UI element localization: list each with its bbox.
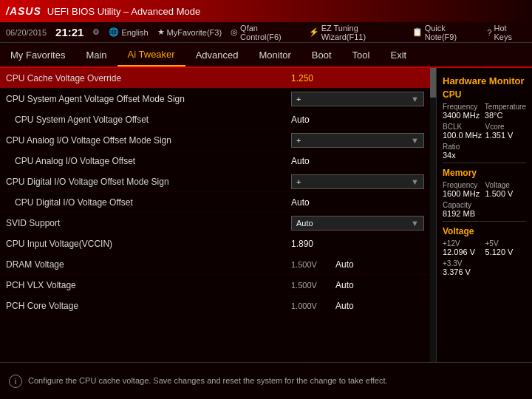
setting-row-cpu-input-voltage[interactable]: CPU Input Voltage(VCCIN) 1.890 <box>0 233 430 254</box>
quicknote-label: Quick Note(F9) <box>425 24 479 41</box>
value-cpu-analog-offset: Auto <box>291 156 424 166</box>
dropdown-cpu-digital-sign[interactable]: + ▼ <box>291 174 424 189</box>
label-cpu-analog-sign: CPU Analog I/O Voltage Offset Mode Sign <box>6 135 291 146</box>
datetime-display: 21:21 <box>55 26 83 38</box>
hotkeys-icon: ? <box>487 28 491 37</box>
dram-voltage-preset: 1.500V <box>291 260 335 269</box>
nav-monitor[interactable]: Monitor <box>249 43 301 66</box>
globe-icon: 🌐 <box>109 27 119 37</box>
value-cpu-agent-offset: Auto <box>291 115 424 125</box>
cpu-bclk-vcore-grid: BCLK 100.0 MHz Vcore 1.351 V <box>443 123 526 140</box>
ratio-label: Ratio <box>443 143 526 151</box>
ratio-value: 34x <box>443 151 526 160</box>
value-cpu-cache-voltage: 1.250 <box>291 73 424 83</box>
asus-logo: /ASUS <box>6 5 41 17</box>
capacity-container: Capacity 8192 MB <box>443 201 526 218</box>
myfavorite-label: MyFavorite(F3) <box>167 28 222 37</box>
value-cpu-input-voltage: 1.890 <box>291 239 424 249</box>
cpu-freq-value: 3400 MHz <box>443 111 483 120</box>
language-selector[interactable]: 🌐 English <box>109 27 148 37</box>
dropdown-svid[interactable]: Auto ▼ <box>291 216 424 231</box>
mem-voltage-value: 1.500 V <box>485 189 527 198</box>
setting-row-cpu-analog-offset[interactable]: CPU Analog I/O Voltage Offset Auto <box>0 151 430 171</box>
v12-label: +12V <box>443 239 484 248</box>
cpu-freq-label: Frequency <box>443 103 483 111</box>
label-svid: SVID Support <box>6 218 291 228</box>
mem-freq-label: Frequency <box>443 181 484 189</box>
title-bar: /ASUS UEFI BIOS Utility – Advanced Mode <box>0 0 532 22</box>
fan-icon: ◎ <box>231 27 238 37</box>
setting-row-pch-vlx[interactable]: PCH VLX Voltage 1.500V Auto <box>0 275 430 296</box>
label-cpu-agent-sign: CPU System Agent Voltage Offset Mode Sig… <box>6 94 291 104</box>
qfan-label: Qfan Control(F6) <box>240 24 300 41</box>
hotkeys-btn[interactable]: ? Hot Keys <box>487 24 526 41</box>
label-cpu-digital-offset: CPU Digital I/O Voltage Offset <box>15 197 291 208</box>
setting-row-cpu-digital-sign[interactable]: CPU Digital I/O Voltage Offset Mode Sign… <box>0 171 430 192</box>
voltage-section-title: Voltage <box>443 226 526 236</box>
chevron-down-icon: ▼ <box>411 177 419 186</box>
date-display: 06/20/2015 <box>6 28 47 37</box>
mem-voltage-label: Voltage <box>485 181 527 189</box>
nav-tool[interactable]: Tool <box>342 43 381 66</box>
ratio-container: Ratio 34x <box>443 143 526 160</box>
setting-row-cpu-digital-offset[interactable]: CPU Digital I/O Voltage Offset Auto <box>0 192 430 213</box>
info-icon: i <box>9 375 22 388</box>
hotkeys-label: Hot Keys <box>494 24 526 41</box>
nav-boot[interactable]: Boot <box>301 43 342 66</box>
nav-main[interactable]: Main <box>75 43 117 66</box>
star-icon: ★ <box>157 27 165 37</box>
hw-monitor-title: Hardware Monitor <box>443 75 526 86</box>
label-cpu-cache-voltage: CPU Cache Voltage Override <box>6 73 291 83</box>
ez-icon: ⚡ <box>309 27 319 37</box>
v5-value: 5.120 V <box>485 248 527 256</box>
cpu-temp-value: 38°C <box>485 111 526 120</box>
value-pch-vlx: Auto <box>335 280 424 290</box>
setting-row-dram-voltage[interactable]: DRAM Voltage 1.500V Auto <box>0 254 430 275</box>
nav-ai-tweaker[interactable]: Ai Tweaker <box>117 43 185 66</box>
info-footer-text: Configure the CPU cache voltage. Save ch… <box>28 375 388 386</box>
chevron-down-icon: ▼ <box>411 95 419 103</box>
eztuning-btn[interactable]: ⚡ EZ Tuning Wizard(F11) <box>309 24 403 41</box>
vcore-value: 1.351 V <box>485 131 527 140</box>
settings-icon[interactable]: ⚙ <box>92 27 100 37</box>
dropdown-cpu-agent-sign[interactable]: + ▼ <box>291 92 424 106</box>
setting-row-pch-core[interactable]: PCH Core Voltage 1.000V Auto <box>0 296 430 316</box>
mem-freq-value: 1600 MHz <box>443 189 484 198</box>
qfan-btn[interactable]: ◎ Qfan Control(F6) <box>231 24 300 41</box>
setting-row-cpu-analog-sign[interactable]: CPU Analog I/O Voltage Offset Mode Sign … <box>0 130 430 151</box>
dropdown-value-cpu-digital-sign: + <box>296 177 301 186</box>
setting-row-cpu-cache-voltage[interactable]: CPU Cache Voltage Override 1.250 <box>0 68 430 89</box>
label-cpu-agent-offset: CPU System Agent Voltage Offset <box>15 115 291 125</box>
nav-advanced[interactable]: Advanced <box>185 43 249 66</box>
vcore-label: Vcore <box>485 123 527 131</box>
value-cpu-digital-offset: Auto <box>291 197 424 208</box>
divider-2 <box>443 221 526 222</box>
info-bar: 06/20/2015 21:21 ⚙ 🌐 English ★ MyFavorit… <box>0 22 532 43</box>
setting-row-cpu-agent-sign[interactable]: CPU System Agent Voltage Offset Mode Sig… <box>0 89 430 109</box>
nav-my-favorites[interactable]: My Favorites <box>0 43 75 66</box>
note-icon: 📋 <box>412 27 423 37</box>
setting-row-svid[interactable]: SVID Support Auto ▼ <box>0 213 430 233</box>
chevron-down-icon: ▼ <box>411 136 419 145</box>
title-text: UEFI BIOS Utility – Advanced Mode <box>47 6 200 17</box>
value-pch-core: Auto <box>335 301 424 311</box>
scrollbar-thumb[interactable] <box>430 68 436 98</box>
main-content: CPU Cache Voltage Override 1.250 CPU Sys… <box>0 68 532 362</box>
scrollbar[interactable] <box>430 68 436 362</box>
myfavorite-btn[interactable]: ★ MyFavorite(F3) <box>157 27 222 37</box>
v33-container: +3.3V 3.376 V <box>443 259 526 276</box>
nav-exit[interactable]: Exit <box>380 43 417 66</box>
setting-row-cpu-agent-offset[interactable]: CPU System Agent Voltage Offset Auto <box>0 109 430 130</box>
v5-label: +5V <box>485 239 527 248</box>
hw-monitor-panel: Hardware Monitor CPU Frequency 3400 MHz … <box>436 68 532 362</box>
divider-1 <box>443 163 526 163</box>
dropdown-value-cpu-agent-sign: + <box>296 95 301 103</box>
label-pch-vlx: PCH VLX Voltage <box>6 280 291 290</box>
quicknote-btn[interactable]: 📋 Quick Note(F9) <box>412 24 479 41</box>
label-cpu-analog-offset: CPU Analog I/O Voltage Offset <box>15 156 291 166</box>
value-dram-voltage: Auto <box>335 259 424 270</box>
pch-vlx-preset: 1.500V <box>291 281 335 290</box>
dropdown-value-cpu-analog-sign: + <box>296 136 301 145</box>
language-label: English <box>121 28 148 37</box>
dropdown-cpu-analog-sign[interactable]: + ▼ <box>291 133 424 148</box>
